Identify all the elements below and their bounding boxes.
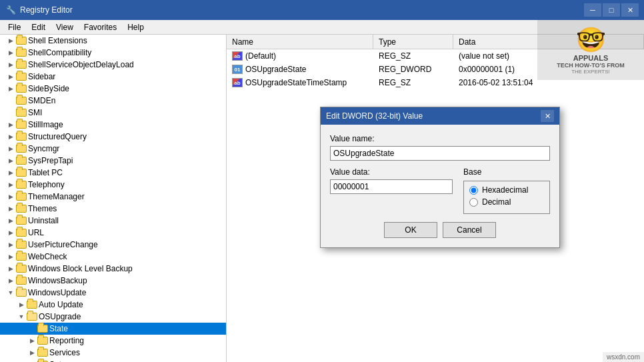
value-data-input[interactable] xyxy=(330,179,453,194)
expand-icon[interactable]: ▶ xyxy=(5,263,16,274)
tree-item-winupdate[interactable]: ▼ WindowsUpdate xyxy=(0,287,226,299)
folder-icon xyxy=(37,359,48,362)
tree-item-winbackup[interactable]: ▶ WindowsBackup xyxy=(0,275,226,287)
tree-label: SysPrepTapi xyxy=(28,156,73,165)
expand-icon[interactable] xyxy=(27,323,37,334)
minimize-button[interactable]: ─ xyxy=(584,3,601,17)
footer: wsxdn.com xyxy=(603,352,644,362)
expand-icon[interactable]: ▶ xyxy=(5,119,16,130)
window-title: Registry Editor xyxy=(20,5,73,15)
expand-icon[interactable]: ▶ xyxy=(5,155,16,166)
expand-icon[interactable]: ▼ xyxy=(5,287,16,298)
tree-item-setup[interactable]: ▶ Setup xyxy=(0,359,226,362)
decimal-radio[interactable] xyxy=(469,198,478,207)
folder-icon xyxy=(16,119,27,130)
tree-item-uninstall[interactable]: ▶ Uninstall xyxy=(0,215,226,227)
folder-icon xyxy=(16,155,27,166)
expand-icon[interactable]: ▶ xyxy=(5,179,16,190)
base-options-box: Hexadecimal Decimal xyxy=(463,181,550,214)
expand-icon[interactable]: ▶ xyxy=(5,47,16,58)
tree-item-telephony[interactable]: ▶ Telephony xyxy=(0,179,226,191)
tree-item-shellservice[interactable]: ▶ ShellServiceObjectDelayLoad xyxy=(0,59,226,71)
expand-icon[interactable]: ▶ xyxy=(5,239,16,250)
expand-icon[interactable]: ▶ xyxy=(27,335,37,346)
tree-item-tabletpc[interactable]: ▶ Tablet PC xyxy=(0,167,226,179)
tree-label: Uninstall xyxy=(28,216,59,225)
close-button[interactable]: ✕ xyxy=(621,3,639,17)
base-section: Base Hexadecimal Decimal xyxy=(463,167,550,214)
tree-item-syncmgr[interactable]: ▶ Syncmgr xyxy=(0,143,226,155)
tree-item-webcheck[interactable]: ▶ WebCheck xyxy=(0,251,226,263)
ok-button[interactable]: OK xyxy=(384,222,437,238)
tree-label: ShellCompatibility xyxy=(28,48,91,57)
tree-item-services[interactable]: ▶ Services xyxy=(0,347,226,359)
tree-item-winblockbackup[interactable]: ▶ Windows Block Level Backup xyxy=(0,263,226,275)
tree-item-sidebyside[interactable]: ▶ SideBySide xyxy=(0,83,226,95)
tree-item-thememanager[interactable]: ▶ ThemeManager xyxy=(0,191,226,203)
expand-icon[interactable]: ▶ xyxy=(16,299,27,310)
watermark-logo-icon: 🤓 xyxy=(576,26,606,54)
reg-cell-type: REG_DWORD xyxy=(373,63,453,76)
expand-icon[interactable]: ▶ xyxy=(5,275,16,286)
expand-icon[interactable]: ▶ xyxy=(5,227,16,238)
tree-label: Tablet PC xyxy=(28,168,63,177)
expand-icon[interactable]: ▶ xyxy=(5,71,16,82)
tree-item-structured[interactable]: ▶ StructuredQuery xyxy=(0,131,226,143)
dialog-close-button[interactable]: ✕ xyxy=(541,110,554,122)
tree-label: State xyxy=(49,324,68,333)
expand-icon[interactable] xyxy=(5,107,16,118)
expand-icon[interactable]: ▶ xyxy=(5,143,16,154)
menu-help[interactable]: Help xyxy=(122,21,149,33)
decimal-label: Decimal xyxy=(482,197,511,207)
tree-item-syspreptapi[interactable]: ▶ SysPrepTapi xyxy=(0,155,226,167)
tree-label: Shell Extensions xyxy=(28,36,87,45)
tree-item-state[interactable]: State xyxy=(0,323,226,335)
tree-item-autoupdate[interactable]: ▶ Auto Update xyxy=(0,299,226,311)
cancel-button[interactable]: Cancel xyxy=(443,222,496,238)
tree-item-stillimage[interactable]: ▶ StillImage xyxy=(0,119,226,131)
folder-icon xyxy=(16,83,27,94)
expand-icon[interactable]: ▶ xyxy=(5,203,16,214)
tree-item-smi[interactable]: SMI xyxy=(0,107,226,119)
hexadecimal-radio[interactable] xyxy=(469,186,478,195)
tree-item-url[interactable]: ▶ URL xyxy=(0,227,226,239)
expand-icon[interactable]: ▶ xyxy=(5,35,16,46)
menu-edit[interactable]: Edit xyxy=(26,21,51,33)
folder-icon xyxy=(16,167,27,178)
expand-icon[interactable]: ▶ xyxy=(5,215,16,226)
tree-label: OSUpgrade xyxy=(39,312,81,321)
decimal-option[interactable]: Decimal xyxy=(469,197,544,207)
menu-file[interactable]: File xyxy=(3,21,26,33)
base-label: Base xyxy=(463,167,550,177)
dialog-titlebar: Edit DWORD (32-bit) Value ✕ xyxy=(321,107,559,125)
registry-tree[interactable]: ▶ Shell Extensions ▶ ShellCompatibility … xyxy=(0,35,227,362)
expand-icon[interactable]: ▶ xyxy=(5,83,16,94)
value-name-input[interactable] xyxy=(330,146,550,161)
expand-icon[interactable]: ▶ xyxy=(27,359,37,362)
tree-item-reporting[interactable]: ▶ Reporting xyxy=(0,335,226,347)
watermark-sub: THE EXPERTS! xyxy=(571,69,610,75)
menu-view[interactable]: View xyxy=(51,21,79,33)
expand-icon[interactable]: ▶ xyxy=(5,167,16,178)
footer-text: wsxdn.com xyxy=(607,353,640,361)
maximize-button[interactable]: □ xyxy=(603,3,620,17)
tree-item-sidebar[interactable]: ▶ Sidebar xyxy=(0,71,226,83)
tree-label: Services xyxy=(49,348,80,357)
tree-item-osupgrade[interactable]: ▼ OSUpgrade xyxy=(0,311,226,323)
expand-icon[interactable]: ▶ xyxy=(27,347,37,358)
tree-item-themes[interactable]: ▶ Themes xyxy=(0,203,226,215)
tree-item-shell-extensions[interactable]: ▶ Shell Extensions xyxy=(0,35,226,47)
tree-item-smden[interactable]: SMDEn xyxy=(0,95,226,107)
expand-icon[interactable]: ▼ xyxy=(16,311,27,322)
expand-icon[interactable]: ▶ xyxy=(5,59,16,70)
expand-icon[interactable]: ▶ xyxy=(5,191,16,202)
menu-favorites[interactable]: Favorites xyxy=(79,21,122,33)
tree-label: Windows Block Level Backup xyxy=(28,264,133,273)
hexadecimal-option[interactable]: Hexadecimal xyxy=(469,185,544,195)
tree-item-shellcompat[interactable]: ▶ ShellCompatibility xyxy=(0,47,226,59)
folder-icon xyxy=(16,131,27,142)
expand-icon[interactable]: ▶ xyxy=(5,251,16,262)
expand-icon[interactable] xyxy=(5,95,16,106)
tree-item-userpicture[interactable]: ▶ UserPictureChange xyxy=(0,239,226,251)
expand-icon[interactable]: ▶ xyxy=(5,131,16,142)
